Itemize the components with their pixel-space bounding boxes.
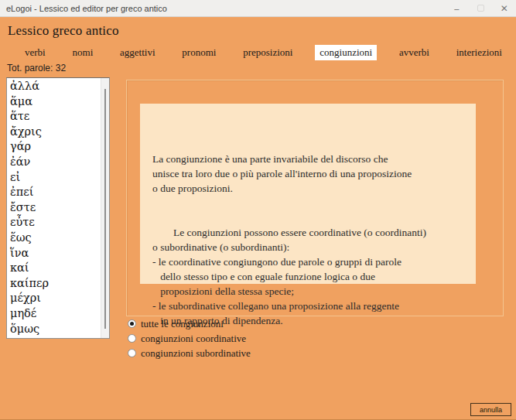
maximize-icon xyxy=(477,5,484,12)
word-list-item[interactable]: ἅτε xyxy=(7,109,101,125)
close-button[interactable]: ✕ xyxy=(492,0,516,16)
description-paragraph-1: La congiunzione è una parte invariabile … xyxy=(152,152,463,196)
word-list-item[interactable]: ὅμως xyxy=(7,322,101,337)
scrollbar[interactable] xyxy=(101,78,109,338)
word-list-item[interactable]: καί xyxy=(7,261,101,276)
word-list-item[interactable]: καίπερ xyxy=(7,276,101,292)
word-list-item[interactable]: ἕως xyxy=(7,230,101,246)
radio-button-icon[interactable] xyxy=(128,319,136,328)
cancel-button-label: annulla xyxy=(480,406,502,414)
app-window: eLogoi - Lessico ed editor per greco ant… xyxy=(0,0,516,420)
tab[interactable]: congiunzioni xyxy=(315,45,377,60)
word-list-item[interactable]: ἐάν xyxy=(7,155,101,170)
filter-radio-row[interactable]: congiunzioni coordinative xyxy=(128,331,251,346)
maximize-button[interactable] xyxy=(469,0,493,16)
tab[interactable]: verbi xyxy=(20,45,50,60)
close-icon: ✕ xyxy=(501,3,508,14)
titlebar: eLogoi - Lessico ed editor per greco ant… xyxy=(0,0,516,17)
tab-bar: verbi nomi aggettivi pronomi preposizion… xyxy=(20,44,507,60)
word-list-item[interactable]: ἐπεί xyxy=(7,185,101,200)
word-list-item[interactable]: ἔστε xyxy=(7,200,101,216)
minimize-button[interactable]: – xyxy=(445,0,469,16)
word-count-label: Tot. parole: 32 xyxy=(7,63,66,73)
word-list-item[interactable]: μηδέ xyxy=(7,306,101,322)
word-list-item[interactable]: εὖτε xyxy=(7,215,101,230)
filter-radio-row[interactable]: tutte le congiunzioni xyxy=(128,316,251,331)
page-title: Lessico greco antico xyxy=(8,23,119,39)
minimize-icon: – xyxy=(454,4,459,13)
word-list-item[interactable]: ἵνα xyxy=(7,246,101,261)
tab[interactable]: preposizioni xyxy=(238,45,297,60)
tab[interactable]: avverbi xyxy=(395,45,434,60)
word-list-item[interactable]: εἰ xyxy=(7,170,101,186)
word-listbox[interactable]: ἀλλά ἅμα ἅτε ἄχρις γάρ ἐάν εἰ ἐπεί ἔστε … xyxy=(6,77,110,339)
word-list-item[interactable]: μέχρι xyxy=(7,291,101,306)
tab[interactable]: aggettivi xyxy=(115,45,160,60)
word-list-item[interactable]: ἄχρις xyxy=(7,125,101,140)
tab[interactable]: nomi xyxy=(68,45,98,60)
description-panel: La congiunzione è una parte invariabile … xyxy=(140,104,476,284)
filter-label: congiunzioni coordinative xyxy=(141,333,246,345)
tab[interactable]: interiezioni xyxy=(452,45,507,60)
window-controls: – ✕ xyxy=(445,0,516,16)
description-groupbox: La congiunzione è una parte invariabile … xyxy=(126,80,504,316)
word-list-item[interactable]: ἅμα xyxy=(7,94,101,110)
radio-button-icon[interactable] xyxy=(128,349,136,357)
filter-label: tutte le congiunzioni xyxy=(141,318,224,330)
radio-button-icon[interactable] xyxy=(128,334,136,343)
filter-label: congiunzioni subordinative xyxy=(141,347,251,360)
cancel-button[interactable]: annulla xyxy=(470,403,511,416)
scrollbar-thumb[interactable] xyxy=(104,89,106,329)
word-list-item[interactable]: γάρ xyxy=(7,139,101,155)
filter-radio-row[interactable]: congiunzioni subordinative xyxy=(128,346,251,360)
description-paragraph-2: Le congiunzioni possono essere coordinat… xyxy=(152,227,426,326)
description-text: La congiunzione è una parte invariabile … xyxy=(140,104,476,343)
window-title: eLogoi - Lessico ed editor per greco ant… xyxy=(0,4,167,13)
filter-radio-group: tutte le congiunzioni congiunzioni coord… xyxy=(128,316,251,360)
tab[interactable]: pronomi xyxy=(177,45,220,60)
word-list-item[interactable]: ἀλλά xyxy=(7,79,101,94)
word-list: ἀλλά ἅμα ἅτε ἄχρις γάρ ἐάν εἰ ἐπεί ἔστε … xyxy=(7,79,101,338)
